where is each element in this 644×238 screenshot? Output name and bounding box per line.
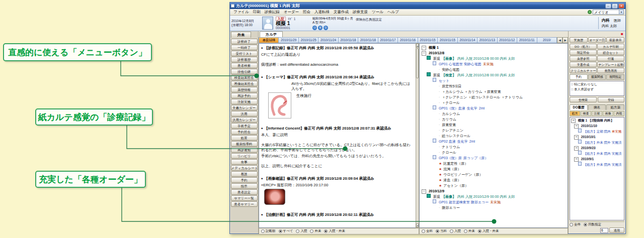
do-history-row[interactable]: 【処方】外来 院内実施済 (571, 162, 623, 168)
order-row[interactable]: GP01 心電図室 安静心電図未実施 (421, 61, 567, 67)
scrollbar-track[interactable] (416, 79, 419, 223)
date-tab[interactable]: 2010/11/25 (299, 37, 318, 43)
radio-option[interactable]: 外来 (464, 229, 475, 233)
order-row[interactable]: 2010/12/9 (421, 188, 567, 194)
radio-option[interactable]: 入院・外来 (324, 229, 345, 233)
menu-item[interactable]: ヘルプ (385, 10, 401, 15)
panel-button[interactable]: 限定照会 (570, 50, 597, 55)
sidebar-menu-button[interactable]: 患者サマリー (231, 201, 258, 207)
panel-button[interactable]: テンプレート起動 (597, 62, 624, 67)
chevron-down-icon[interactable]: ▼ (619, 10, 623, 14)
entry-header[interactable]: 【治療計画】修正可 内科 内科 太郎 2010/12/8 20:02:11 承認… (261, 212, 414, 217)
date-tab[interactable]: 2010/11/29 (279, 37, 298, 43)
panel-button[interactable]: 最新表示 (606, 37, 624, 43)
radio-option[interactable]: 当科 (436, 229, 447, 233)
order-row[interactable]: ★潜血（尿） (421, 177, 567, 183)
sidebar-menu-button[interactable]: 患者検索 (231, 63, 258, 68)
filter-tab[interactable]: 内視 (614, 111, 624, 116)
panel-button[interactable]: カルテ印刷 (597, 44, 624, 49)
panel-button[interactable]: 登録 (598, 97, 625, 102)
sidebar-menu-button[interactable]: メディカルシート (231, 165, 258, 171)
order-row[interactable]: 模擬 1 (421, 45, 567, 50)
order-row[interactable]: ＋カルシウム ＋カリウム ＋尿素窒素 (421, 89, 567, 94)
insurance-label[interactable]: 保険自己負担設定 (356, 18, 382, 22)
radio-option[interactable]: 外来 (310, 229, 321, 233)
tab-scroll-left-icon[interactable]: ◀ (557, 37, 562, 43)
close-button[interactable]: ✕ (618, 4, 624, 9)
radio-option[interactable]: 全件 (570, 222, 581, 227)
sidebar-menu-button[interactable]: 画像結果照会 (231, 81, 258, 86)
order-row[interactable]: カルシウム (421, 111, 567, 116)
sidebar-menu-button[interactable]: リハビリ (231, 153, 258, 159)
history-tab[interactable]: DO履歴 (570, 104, 588, 110)
sidebar-menu-button[interactable]: サマリー一覧 (231, 195, 258, 201)
chart-scrollbar[interactable] (416, 43, 419, 228)
order-row[interactable]: カリウム (421, 116, 567, 122)
panel-button[interactable]: 実施歴 (570, 37, 588, 43)
font-select[interactable]: メイリオ ▼ (593, 10, 624, 15)
sidebar-menu-button[interactable]: 指示 (231, 183, 258, 189)
order-row[interactable]: 新規【画像】内科 入院 2010/12/8 00:00 内科 太郎 (421, 56, 567, 61)
tab-karte[interactable]: カルテ (260, 31, 283, 37)
date-tab[interactable]: 本日12/8 (259, 37, 279, 43)
date-tab[interactable]: 2010/11/11 (517, 37, 537, 43)
entry-header[interactable]: 【シェーマ】修正可 内科 内科 太郎 2010/12/8 20:06:34 承認… (261, 74, 414, 80)
run-icon[interactable] (588, 10, 592, 14)
sidebar-menu-button[interactable]: 診察終了 (231, 39, 258, 44)
scroll-up-icon[interactable] (416, 44, 419, 48)
sidebar-menu-button[interactable]: 受付リスト (231, 51, 258, 56)
sidebar-menu-button[interactable]: 患者設定 (231, 189, 258, 195)
order-row[interactable]: ＋クロール (421, 100, 567, 105)
order-row[interactable]: 2010/12/8 (421, 50, 567, 56)
panel-button[interactable]: 全検索 (570, 97, 597, 102)
patient-photo[interactable] (262, 17, 273, 30)
sidebar-menu-button[interactable]: 汎用カレンダー (231, 117, 258, 123)
panel-button[interactable]: 総合セット (597, 50, 624, 55)
do-history-row[interactable]: 2010/10/1 (571, 135, 623, 140)
radio-option[interactable]: 入院・外来 (478, 229, 499, 233)
radio-option[interactable]: 日数指定 (584, 222, 601, 227)
date-tab[interactable]: 2010/11/18 (358, 37, 378, 43)
filter-tab[interactable]: 注射 (592, 111, 602, 116)
panel-button[interactable]: DO（処方） (570, 44, 597, 49)
minimize-button[interactable]: ─ (605, 4, 611, 9)
order-row[interactable]: 尿定性5項目 (421, 83, 567, 89)
sidebar-menu-button[interactable]: 看護 (231, 171, 258, 177)
do-history-row[interactable]: 【処方】外来 院内実施済 (571, 151, 623, 157)
scrollbar-thumb[interactable] (416, 48, 419, 78)
menu-item[interactable]: ツール (370, 10, 385, 15)
apply-button[interactable]: 適用 (609, 227, 624, 233)
menu-item[interactable]: 診療記録 (263, 10, 282, 15)
panel-button[interactable]: 文書作成 (570, 62, 597, 67)
order-row[interactable]: セット (421, 78, 567, 83)
do-history-row[interactable]: 【処方】定期 院内未実施 (571, 129, 623, 135)
date-tab[interactable]: 2010/11/17 (378, 37, 398, 43)
order-row[interactable]: ★比重定性（尿） (421, 161, 567, 166)
order-row[interactable]: 尿素窒素 (421, 122, 567, 128)
history-tab[interactable]: 病名 (588, 104, 606, 110)
panel-button[interactable]: 救急画面 (597, 68, 624, 73)
order-row[interactable]: ★混濁（尿） (421, 166, 567, 172)
menu-item[interactable]: 印刷 (251, 10, 263, 15)
filter-tab[interactable]: 画像 (603, 111, 613, 116)
filter-tab[interactable]: 検査 (581, 111, 591, 116)
radio-option[interactable]: 入院 (450, 229, 461, 233)
do-history-row[interactable]: 2010/11/10 (571, 124, 623, 129)
memo-tab[interactable]: 服薬関係 (588, 74, 606, 80)
menu-item[interactable]: 照会 (301, 10, 312, 15)
order-row[interactable]: ★ウロビリノーゲン（尿） (421, 172, 567, 177)
memo-item[interactable]: 本人承諾せず (571, 87, 623, 92)
sidebar-menu-button[interactable]: 服薬指導料 (231, 141, 258, 147)
tab-outpatient[interactable]: 外来 (231, 32, 251, 38)
menu-item[interactable]: ファイル (231, 10, 251, 15)
sidebar-menu-button[interactable]: 汎用 (231, 111, 258, 116)
entry-header[interactable]: 【画像確認】修正可 内科 内科 太郎 2010/12/8 20:09:04 承認… (261, 176, 414, 181)
order-row[interactable]: GP01（院）血液生化学2ml (421, 105, 567, 111)
do-history-row[interactable]: 模擬 1 【2階病棟 内科】 (571, 118, 623, 124)
menu-item[interactable]: 文書作成 (332, 10, 351, 15)
sidebar-menu-button[interactable]: 予約照会 (231, 129, 258, 135)
date-tab[interactable]: 2010/11/24 (318, 37, 338, 43)
radio-option[interactable]: 記載順 (261, 229, 276, 233)
menu-item[interactable]: 入退転棟 (312, 10, 332, 15)
sidebar-menu-button[interactable]: 予約 (231, 177, 258, 183)
